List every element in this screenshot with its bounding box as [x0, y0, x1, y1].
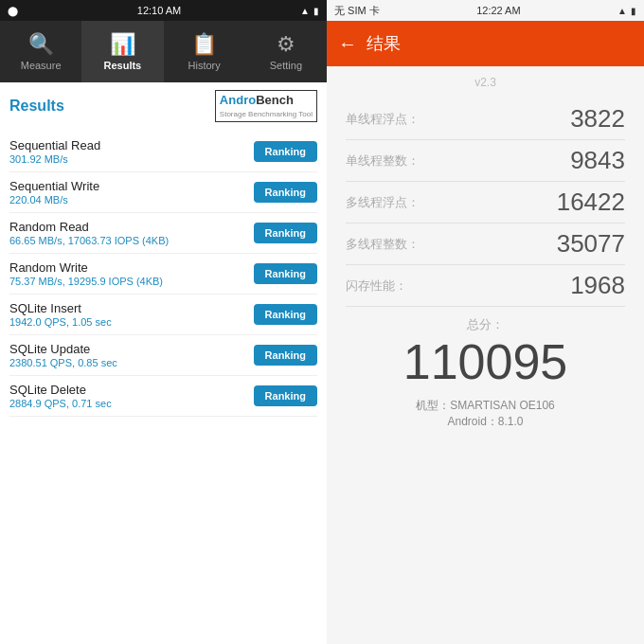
left-time: 12:10 AM — [137, 5, 181, 16]
status-bar-left: ⬤ 12:10 AM ▲ ▮ — [0, 0, 327, 21]
bench-value-rand-write: 75.37 MB/s, 19295.9 IOPS (4KB) — [9, 276, 163, 287]
score-value-0: 3822 — [570, 104, 625, 134]
ranking-btn-rand-write[interactable]: Ranking — [254, 263, 317, 284]
total-section: 总分： 110095 — [346, 316, 625, 386]
status-bar-right: 无 SIM 卡 12:22 AM ▲ ▮ — [327, 0, 644, 21]
score-row-3: 多线程整数： 35077 — [346, 224, 625, 265]
logo-sub: Storage Benchmarking Tool — [220, 110, 313, 119]
score-value-2: 16422 — [557, 188, 625, 217]
bench-info-sqlite-insert: SQLite Insert 1942.0 QPS, 1.05 sec — [9, 301, 112, 328]
bench-name-seq-write: Sequential Write — [9, 179, 99, 193]
tab-history[interactable]: 📋 History — [164, 21, 245, 82]
bench-value-seq-write: 220.04 MB/s — [9, 194, 99, 206]
results-header: Results AndroBench Storage Benchmarking … — [9, 90, 317, 122]
bench-info-seq-read: Sequential Read 301.92 MB/s — [9, 138, 100, 165]
androbench-logo: AndroBench Storage Benchmarking Tool — [215, 90, 317, 122]
results-icon: 📊 — [110, 32, 135, 57]
carrier-label: 无 SIM 卡 — [334, 4, 380, 18]
results-title: Results — [9, 98, 64, 115]
total-label: 总分： — [346, 316, 625, 333]
nav-tabs: 🔍 Measure 📊 Results 📋 History ⚙ Setting — [0, 21, 327, 82]
setting-icon: ⚙ — [277, 32, 295, 57]
bench-name-sqlite-delete: SQLite Delete — [9, 383, 112, 397]
bench-info-rand-write: Random Write 75.37 MB/s, 19295.9 IOPS (4… — [9, 260, 163, 287]
tab-results[interactable]: 📊 Results — [81, 21, 163, 82]
score-label-0: 单线程浮点： — [346, 111, 420, 128]
android-icon: ⬤ — [8, 6, 18, 16]
ranking-btn-rand-read[interactable]: Ranking — [254, 223, 317, 243]
device-info: 机型：SMARTISAN OE106 Android：8.1.0 — [346, 398, 625, 430]
tab-setting-label: Setting — [270, 60, 302, 71]
version-label: v2.3 — [346, 76, 625, 89]
score-row-1: 单线程整数： 9843 — [346, 140, 625, 182]
status-icons-right: ▲ ▮ — [617, 6, 636, 16]
bench-name-sqlite-insert: SQLite Insert — [9, 301, 112, 315]
android-version: Android：8.1.0 — [346, 414, 625, 430]
wifi-icon-right: ▲ — [617, 6, 627, 16]
left-panel: ⬤ 12:10 AM ▲ ▮ 🔍 Measure 📊 Results 📋 His… — [0, 0, 327, 644]
bench-info-rand-read: Random Read 66.65 MB/s, 17063.73 IOPS (4… — [9, 220, 169, 246]
bench-info-sqlite-delete: SQLite Delete 2884.9 QPS, 0.71 sec — [9, 383, 112, 409]
bench-value-sqlite-update: 2380.51 QPS, 0.85 sec — [9, 357, 117, 368]
bench-row-rand-write: Random Write 75.37 MB/s, 19295.9 IOPS (4… — [9, 254, 317, 295]
total-value: 110095 — [346, 337, 625, 386]
score-value-1: 9843 — [570, 146, 625, 175]
bench-name-sqlite-update: SQLite Update — [9, 342, 117, 356]
history-icon: 📋 — [191, 32, 217, 57]
device-model: 机型：SMARTISAN OE106 — [346, 398, 625, 414]
ranking-btn-sqlite-insert[interactable]: Ranking — [254, 304, 317, 325]
bench-row-sqlite-insert: SQLite Insert 1942.0 QPS, 1.05 sec Ranki… — [9, 295, 317, 335]
status-icons-left: ▲ ▮ — [300, 6, 319, 16]
right-time: 12:22 AM — [476, 5, 520, 16]
results-content-area: Results AndroBench Storage Benchmarking … — [0, 82, 327, 644]
tab-measure-label: Measure — [21, 60, 62, 71]
ranking-btn-seq-read[interactable]: Ranking — [254, 141, 317, 162]
logo-text: AndroBench — [220, 93, 294, 107]
ranking-btn-seq-write[interactable]: Ranking — [254, 182, 317, 203]
bench-name-rand-read: Random Read — [9, 220, 169, 234]
score-row-2: 多线程浮点： 16422 — [346, 182, 625, 224]
score-label-4: 闪存性能： — [346, 277, 407, 295]
score-value-4: 1968 — [570, 271, 625, 300]
score-row-0: 单线程浮点： 3822 — [346, 98, 625, 140]
bench-row-seq-read: Sequential Read 301.92 MB/s Ranking — [9, 132, 317, 172]
tab-history-label: History — [188, 60, 221, 71]
battery-icon-left: ▮ — [313, 6, 319, 16]
score-value-3: 35077 — [557, 229, 625, 259]
right-panel: 无 SIM 卡 12:22 AM ▲ ▮ ← 结果 v2.3 单线程浮点： 38… — [327, 0, 644, 644]
app-header-title: 结果 — [367, 32, 401, 55]
bench-row-sqlite-delete: SQLite Delete 2884.9 QPS, 0.71 sec Ranki… — [9, 376, 317, 417]
tab-results-label: Results — [104, 60, 142, 71]
score-row-4: 闪存性能： 1968 — [346, 265, 625, 307]
tab-setting[interactable]: ⚙ Setting — [245, 21, 327, 82]
battery-icon-right: ▮ — [631, 6, 636, 16]
score-label-2: 多线程浮点： — [346, 194, 420, 211]
bench-row-rand-read: Random Read 66.65 MB/s, 17063.73 IOPS (4… — [9, 213, 317, 254]
bench-value-rand-read: 66.65 MB/s, 17063.73 IOPS (4KB) — [9, 235, 169, 246]
bench-row-sqlite-update: SQLite Update 2380.51 QPS, 0.85 sec Rank… — [9, 335, 317, 376]
bench-value-sqlite-insert: 1942.0 QPS, 1.05 sec — [9, 316, 112, 328]
score-label-3: 多线程整数： — [346, 236, 420, 253]
bench-name-rand-write: Random Write — [9, 260, 163, 275]
score-label-1: 单线程整数： — [346, 152, 420, 170]
bench-info-sqlite-update: SQLite Update 2380.51 QPS, 0.85 sec — [9, 342, 117, 368]
bench-name-seq-read: Sequential Read — [9, 138, 100, 152]
tab-measure[interactable]: 🔍 Measure — [0, 21, 81, 82]
app-header-right: ← 结果 — [327, 21, 644, 66]
measure-icon: 🔍 — [28, 32, 54, 57]
bench-value-sqlite-delete: 2884.9 QPS, 0.71 sec — [9, 398, 112, 409]
bench-row-seq-write: Sequential Write 220.04 MB/s Ranking — [9, 172, 317, 213]
ranking-btn-sqlite-update[interactable]: Ranking — [254, 345, 317, 366]
right-results-content: v2.3 单线程浮点： 3822 单线程整数： 9843 多线程浮点： 1642… — [327, 66, 644, 644]
wifi-icon-left: ▲ — [300, 6, 310, 16]
bench-info-seq-write: Sequential Write 220.04 MB/s — [9, 179, 99, 206]
back-button[interactable]: ← — [338, 33, 357, 55]
bench-value-seq-read: 301.92 MB/s — [9, 153, 100, 165]
ranking-btn-sqlite-delete[interactable]: Ranking — [254, 385, 317, 406]
